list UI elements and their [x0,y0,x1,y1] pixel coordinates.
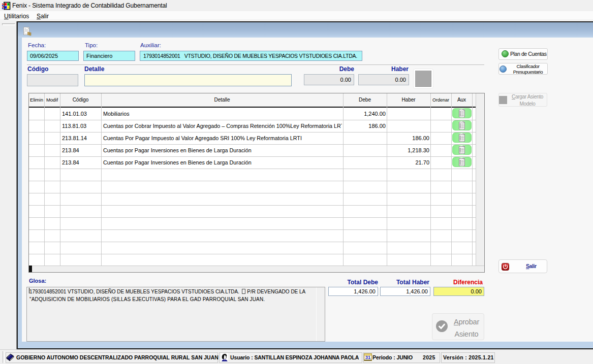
svg-text:31: 31 [365,354,371,360]
